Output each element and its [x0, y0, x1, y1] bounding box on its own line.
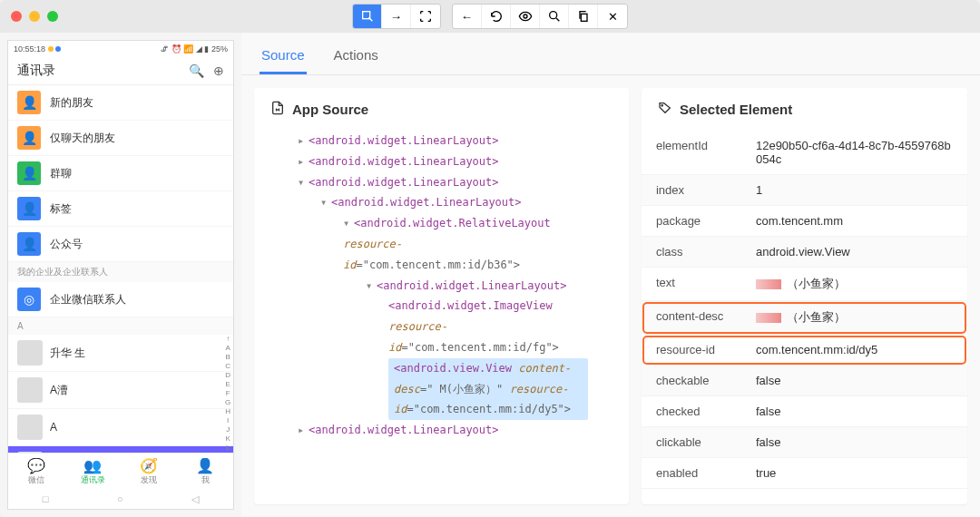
- property-value: false: [756, 435, 953, 449]
- wecom-contacts-item[interactable]: ◎ 企业微信联系人: [8, 282, 233, 317]
- tab-source[interactable]: Source: [260, 42, 307, 74]
- property-value: com.tencent.mm: [756, 214, 953, 228]
- property-value: com.tencent.mm:id/dy5: [756, 343, 953, 356]
- caret-icon[interactable]: ▾: [298, 172, 309, 193]
- search-icon[interactable]: 🔍: [189, 63, 204, 78]
- caret-icon[interactable]: ▸: [298, 131, 309, 151]
- back-button[interactable]: ←: [453, 5, 482, 28]
- menu-icon: 👤: [17, 91, 41, 114]
- property-key: index: [656, 183, 756, 197]
- alpha-index[interactable]: ↑ABCDEFGHIJKLMNOPQRSTUVWXYZ#: [224, 335, 231, 453]
- menu-item[interactable]: 👤新的朋友: [8, 85, 233, 121]
- contact-row[interactable]: M(家）: [8, 446, 233, 453]
- selected-element-panel: Selected Element elementId12e90b50-cf6a-…: [642, 88, 967, 504]
- caret-icon[interactable]: ▸: [298, 420, 309, 441]
- property-row: packagecom.tencent.mm: [642, 206, 967, 237]
- property-row: elementId12e90b50-cf6a-4d14-8c7b-4559768…: [642, 131, 967, 175]
- traffic-lights: [11, 11, 58, 22]
- property-key: elementId: [656, 139, 756, 166]
- inspector-tabs: Source Actions: [241, 33, 980, 75]
- property-value: android.view.View: [756, 245, 953, 258]
- properties-table: elementId12e90b50-cf6a-4d14-8c7b-4559768…: [642, 131, 967, 489]
- svg-point-1: [524, 15, 527, 18]
- recording-button[interactable]: [511, 5, 540, 28]
- section-label-a: A: [8, 317, 233, 335]
- property-key: checked: [656, 405, 756, 418]
- property-row: content-desc（小鱼家）: [642, 301, 967, 335]
- property-row: enabledtrue: [642, 458, 967, 489]
- add-icon[interactable]: ⊕: [213, 63, 224, 78]
- bottom-tab[interactable]: 👤我: [177, 454, 233, 490]
- app-source-title: App Source: [254, 88, 629, 131]
- avatar: [17, 340, 43, 366]
- refresh-button[interactable]: [482, 5, 511, 28]
- property-row: resource-idcom.tencent.mm:id/dy5: [642, 335, 967, 366]
- bottom-tab[interactable]: 💬微信: [8, 454, 64, 490]
- redacted-value: [756, 313, 781, 323]
- bottom-tab[interactable]: 👥通讯录: [64, 454, 121, 490]
- maximize-window-button[interactable]: [47, 11, 58, 22]
- property-key: clickable: [656, 435, 756, 449]
- svg-rect-3: [581, 14, 587, 21]
- caret-icon[interactable]: ▾: [343, 213, 354, 234]
- close-window-button[interactable]: [11, 11, 22, 22]
- selected-tree-node[interactable]: <android.view.View content-desc=" M(小鱼家）…: [388, 358, 588, 420]
- property-value: 1: [756, 183, 953, 197]
- property-value: （小鱼家）: [756, 276, 953, 292]
- caret-icon[interactable]: ▾: [320, 192, 331, 213]
- menu-icon: 👤: [17, 232, 41, 256]
- nav-recent[interactable]: □: [43, 493, 49, 505]
- menu-item[interactable]: 👤仅聊天的朋友: [8, 121, 233, 156]
- avatar: [17, 377, 43, 403]
- property-value: （小鱼家）: [756, 309, 953, 326]
- contact-row[interactable]: A: [8, 409, 233, 446]
- menu-icon: 👤: [17, 197, 41, 220]
- property-key: content-desc: [656, 309, 756, 326]
- contacts-title: 通讯录: [17, 63, 55, 79]
- nav-keys: □ ○ ◁: [8, 490, 233, 509]
- tap-coords-button[interactable]: [411, 5, 440, 28]
- tab-actions[interactable]: Actions: [332, 42, 380, 74]
- svg-point-4: [662, 105, 662, 106]
- minimize-window-button[interactable]: [29, 11, 40, 22]
- copy-xml-button[interactable]: [569, 5, 598, 28]
- menu-item[interactable]: 👤群聊: [8, 156, 233, 191]
- avatar: [17, 452, 43, 453]
- app-toolbar: → ← ✕: [352, 4, 628, 29]
- search-button[interactable]: [540, 5, 569, 28]
- contacts-menu: 👤新的朋友👤仅聊天的朋友👤群聊👤标签👤公众号: [8, 85, 233, 262]
- source-tree[interactable]: ▸<android.widget.LinearLayout> ▸<android…: [254, 131, 629, 457]
- redacted-value: [756, 279, 781, 289]
- wecom-icon: ◎: [17, 288, 41, 311]
- quit-button[interactable]: ✕: [598, 5, 627, 28]
- contact-row[interactable]: A漕: [8, 372, 233, 409]
- app-source-panel: App Source ▸<android.widget.LinearLayout…: [254, 88, 629, 504]
- file-icon: [270, 101, 285, 118]
- menu-item[interactable]: 👤公众号: [8, 227, 233, 262]
- window-titlebar: → ← ✕: [0, 0, 980, 33]
- nav-back[interactable]: ◁: [191, 493, 199, 505]
- property-row: text（小鱼家）: [642, 268, 967, 301]
- device-statusbar: 10:55:18 🖇 ⏰ 📶 ◢ ▮ 25%: [8, 41, 233, 57]
- contacts-header: 通讯录 🔍 ⊕: [8, 57, 233, 85]
- caret-icon[interactable]: ▾: [366, 276, 377, 297]
- bottom-tab[interactable]: 🧭发现: [121, 454, 177, 490]
- property-key: text: [656, 276, 756, 292]
- property-value: false: [756, 374, 953, 387]
- menu-item[interactable]: 👤标签: [8, 191, 233, 227]
- nav-home[interactable]: ○: [117, 493, 123, 505]
- contact-row[interactable]: 升华 生: [8, 335, 233, 372]
- property-key: checkable: [656, 374, 756, 387]
- property-row: index1: [642, 175, 967, 206]
- device-screenshot[interactable]: 10:55:18 🖇 ⏰ 📶 ◢ ▮ 25% 通讯录 🔍 ⊕ 👤新的朋友👤仅聊天…: [7, 40, 234, 510]
- property-value: 12e90b50-cf6a-4d14-8c7b-4559768b054c: [756, 139, 953, 166]
- menu-icon: 👤: [17, 161, 41, 185]
- inspector-select-button[interactable]: [353, 5, 382, 28]
- property-key: class: [656, 245, 756, 258]
- swipe-button[interactable]: →: [382, 5, 411, 28]
- bottom-tabs: 💬微信👥通讯录🧭发现👤我: [8, 453, 233, 490]
- property-row: checkablefalse: [642, 366, 967, 396]
- avatar: [17, 415, 43, 440]
- caret-icon[interactable]: ▸: [298, 151, 309, 172]
- contacts-list: 升华 生A漕AM(家）昇臻 ↑ABCDEFGHIJKLMNOPQRSTUVWXY…: [8, 335, 233, 453]
